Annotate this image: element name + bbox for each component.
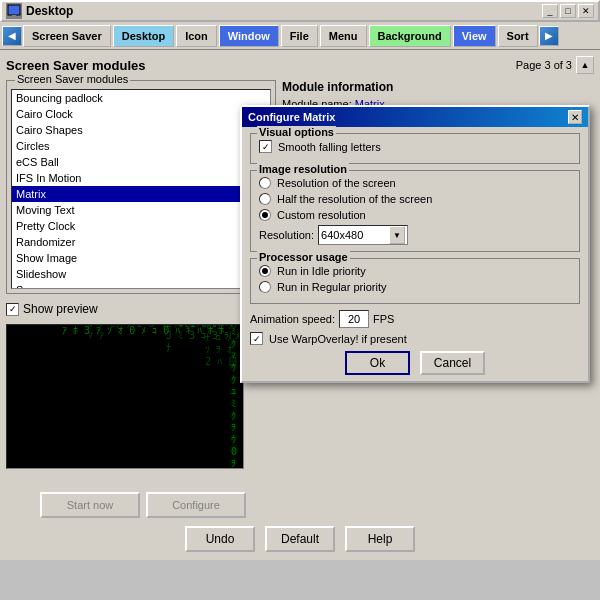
matrix-preview: ｱ ﾐ ｺ 3 ﾗ ﾐ 2 ﾒ ﾊ ｳ ﾊ 日 ﾐ 日 ﾐ ｸ ｸ 3 ﾅ ｿ … bbox=[7, 325, 243, 468]
module-list-item[interactable]: IFS In Motion bbox=[12, 170, 270, 186]
nav-bar: ◀ Screen Saver Desktop Icon Window File … bbox=[0, 22, 600, 50]
module-list-item[interactable]: Moving Text bbox=[12, 202, 270, 218]
maximize-button[interactable]: □ bbox=[560, 4, 576, 18]
module-list-item[interactable]: Circles bbox=[12, 138, 270, 154]
window-controls: _ □ ✕ bbox=[542, 4, 594, 18]
animation-speed-row: Animation speed: FPS bbox=[250, 310, 580, 328]
module-list-item[interactable]: Cairo Clock bbox=[12, 106, 270, 122]
warp-overlay-checkbox[interactable]: ✓ bbox=[250, 332, 263, 345]
module-list-item[interactable]: Pretty Clock bbox=[12, 218, 270, 234]
resolution-screen-row: Resolution of the screen bbox=[259, 177, 571, 189]
resolution-custom-row: Custom resolution bbox=[259, 209, 571, 221]
dialog-title: Configure Matrix bbox=[248, 111, 335, 123]
nav-next-button[interactable]: ▶ bbox=[539, 26, 559, 46]
page-number: Page 3 of 3 ▲ bbox=[516, 56, 594, 74]
resolution-label: Resolution: bbox=[259, 229, 314, 241]
dialog-title-bar: Configure Matrix ✕ bbox=[242, 107, 588, 127]
warp-overlay-row: ✓ Use WarpOverlay! if present bbox=[250, 332, 580, 345]
page-title: Screen Saver modules bbox=[6, 58, 145, 73]
svg-rect-1 bbox=[12, 15, 16, 17]
resolution-dropdown[interactable]: 640x480 ▼ bbox=[318, 225, 408, 245]
default-button[interactable]: Default bbox=[265, 526, 335, 552]
module-list-item[interactable]: Matrix bbox=[12, 186, 270, 202]
module-info-label: Module information bbox=[282, 80, 594, 94]
resolution-value-row: Resolution: 640x480 ▼ bbox=[259, 225, 571, 245]
module-list-item[interactable]: Randomizer bbox=[12, 234, 270, 250]
configure-button[interactable]: Configure bbox=[146, 492, 246, 518]
tab-sort[interactable]: Sort bbox=[498, 25, 538, 47]
title-bar-left: Desktop bbox=[6, 3, 73, 19]
tab-view[interactable]: View bbox=[453, 25, 496, 47]
configure-matrix-dialog: Configure Matrix ✕ Visual options ✓ Smoo… bbox=[240, 105, 590, 383]
regular-priority-label: Run in Regular priority bbox=[277, 281, 386, 293]
image-resolution-label: Image resolution bbox=[257, 163, 349, 175]
idle-priority-label: Run in Idle priority bbox=[277, 265, 366, 277]
window-title: Desktop bbox=[26, 4, 73, 18]
resolution-custom-radio[interactable] bbox=[259, 209, 271, 221]
smooth-falling-checkbox[interactable]: ✓ bbox=[259, 140, 272, 153]
dialog-close-button[interactable]: ✕ bbox=[568, 110, 582, 124]
resolution-half-radio[interactable] bbox=[259, 193, 271, 205]
animation-speed-label: Animation speed: bbox=[250, 313, 335, 325]
show-preview-row: ✓ Show preview bbox=[6, 302, 276, 316]
smooth-falling-label: Smooth falling letters bbox=[278, 141, 381, 153]
svg-rect-0 bbox=[8, 5, 20, 15]
module-list-item[interactable]: Show Image bbox=[12, 250, 270, 266]
show-preview-label: Show preview bbox=[23, 302, 98, 316]
start-stop-buttons: Start now Configure bbox=[8, 492, 278, 518]
processor-usage-label: Processor usage bbox=[257, 251, 350, 263]
image-resolution-group: Image resolution Resolution of the scree… bbox=[250, 170, 580, 252]
module-list-item[interactable]: Bouncing padlock bbox=[12, 90, 270, 106]
resolution-dropdown-arrow[interactable]: ▼ bbox=[389, 226, 405, 244]
page-header: Screen Saver modules Page 3 of 3 ▲ bbox=[6, 56, 594, 74]
resolution-custom-label: Custom resolution bbox=[277, 209, 366, 221]
module-list-item[interactable]: eCS Ball bbox=[12, 154, 270, 170]
bottom-bar: Undo Default Help bbox=[0, 526, 600, 552]
dialog-button-row: Ok Cancel bbox=[250, 351, 580, 375]
desktop-icon bbox=[6, 3, 22, 19]
start-now-button[interactable]: Start now bbox=[40, 492, 140, 518]
help-button[interactable]: Help bbox=[345, 526, 415, 552]
dialog-content: Visual options ✓ Smooth falling letters … bbox=[242, 127, 588, 381]
resolution-half-row: Half the resolution of the screen bbox=[259, 193, 571, 205]
cancel-button[interactable]: Cancel bbox=[420, 351, 485, 375]
tab-file[interactable]: File bbox=[281, 25, 318, 47]
warp-overlay-label: Use WarpOverlay! if present bbox=[269, 333, 407, 345]
preview-area: ｱ ﾐ ｺ 3 ﾗ ﾐ 2 ﾒ ﾊ ｳ ﾊ 日 ﾐ 日 ﾐ ｸ ｸ 3 ﾅ ｿ … bbox=[6, 324, 244, 469]
resolution-screen-radio[interactable] bbox=[259, 177, 271, 189]
title-bar: Desktop _ □ ✕ bbox=[0, 0, 600, 22]
resolution-half-label: Half the resolution of the screen bbox=[277, 193, 432, 205]
animation-speed-input[interactable] bbox=[339, 310, 369, 328]
nav-prev-button[interactable]: ◀ bbox=[2, 26, 22, 46]
undo-button[interactable]: Undo bbox=[185, 526, 255, 552]
svg-rect-2 bbox=[10, 17, 18, 18]
module-list-item[interactable]: Cairo Shapes bbox=[12, 122, 270, 138]
module-list-item[interactable]: Slideshow bbox=[12, 266, 270, 282]
regular-priority-radio[interactable] bbox=[259, 281, 271, 293]
processor-usage-group: Processor usage Run in Idle priority Run… bbox=[250, 258, 580, 304]
module-group: Screen Saver modules Bouncing padlockCai… bbox=[6, 80, 276, 294]
left-panel: Screen Saver modules Bouncing padlockCai… bbox=[6, 80, 276, 498]
module-list-wrapper: Bouncing padlockCairo ClockCairo ShapesC… bbox=[11, 89, 271, 289]
tab-icon[interactable]: Icon bbox=[176, 25, 217, 47]
ok-button[interactable]: Ok bbox=[345, 351, 410, 375]
main-content: Screen Saver modules Page 3 of 3 ▲ Scree… bbox=[0, 50, 600, 560]
resolution-value: 640x480 bbox=[321, 229, 389, 241]
page-up-button[interactable]: ▲ bbox=[576, 56, 594, 74]
tab-background[interactable]: Background bbox=[369, 25, 451, 47]
visual-options-label: Visual options bbox=[257, 126, 336, 138]
tab-desktop[interactable]: Desktop bbox=[113, 25, 174, 47]
show-preview-checkbox[interactable]: ✓ bbox=[6, 303, 19, 316]
tab-screensaver[interactable]: Screen Saver bbox=[23, 25, 111, 47]
regular-priority-row: Run in Regular priority bbox=[259, 281, 571, 293]
minimize-button[interactable]: _ bbox=[542, 4, 558, 18]
visual-options-group: Visual options ✓ Smooth falling letters bbox=[250, 133, 580, 164]
tab-window[interactable]: Window bbox=[219, 25, 279, 47]
idle-priority-radio[interactable] bbox=[259, 265, 271, 277]
module-list-item[interactable]: Snow bbox=[12, 282, 270, 289]
module-list[interactable]: Bouncing padlockCairo ClockCairo ShapesC… bbox=[11, 89, 271, 289]
idle-priority-row: Run in Idle priority bbox=[259, 265, 571, 277]
smooth-falling-row: ✓ Smooth falling letters bbox=[259, 140, 571, 153]
close-button[interactable]: ✕ bbox=[578, 4, 594, 18]
tab-menu[interactable]: Menu bbox=[320, 25, 367, 47]
